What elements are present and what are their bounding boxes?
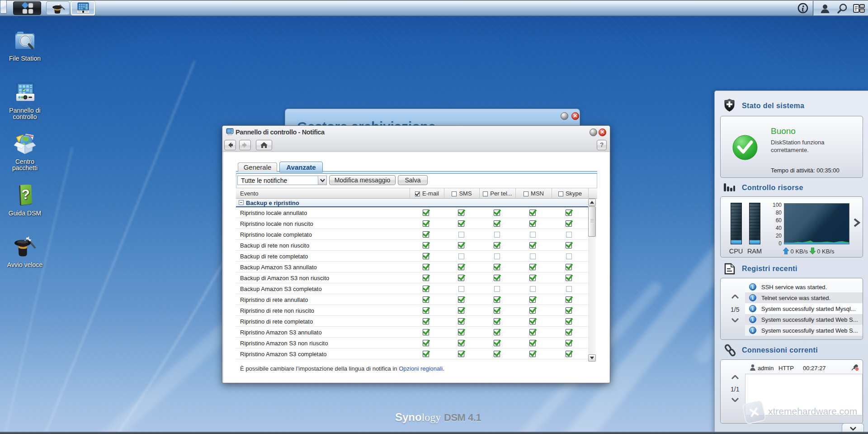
svg-text:?: ? <box>21 187 30 202</box>
